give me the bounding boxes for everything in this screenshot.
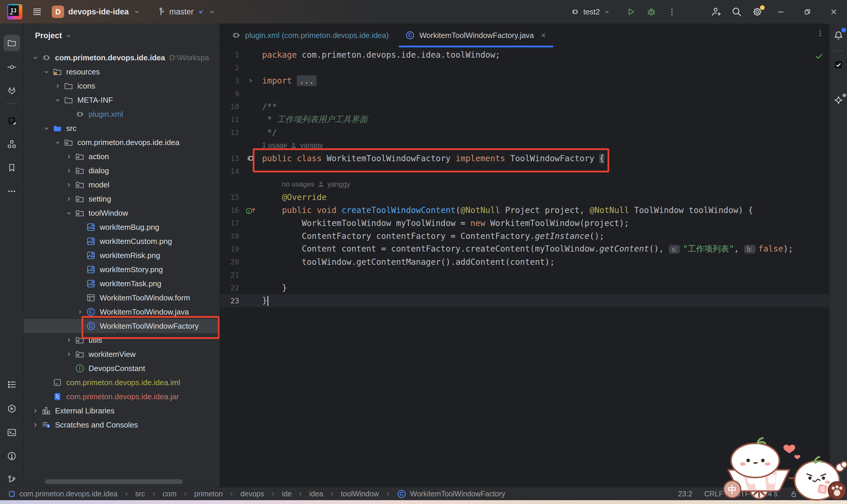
chevron-down-icon[interactable] xyxy=(52,94,63,106)
debug-button[interactable] xyxy=(641,2,662,21)
tree-item-com.primeton.devops.ide.idea[interactable]: com.primeton.devops.ide.idea xyxy=(24,136,219,149)
chevron-right-icon[interactable] xyxy=(30,405,41,416)
tool-strip-structure[interactable] xyxy=(3,136,20,152)
tool-strip-project[interactable] xyxy=(3,35,20,51)
tree-item-src[interactable]: src xyxy=(24,121,219,136)
main-menu-button[interactable] xyxy=(31,6,43,18)
run-configuration-widget[interactable]: test2 xyxy=(570,7,611,17)
close-button[interactable] xyxy=(821,0,847,23)
tool-strip-todo[interactable] xyxy=(3,376,20,393)
editor-tab-WorkitemToolWindowFactory.java[interactable]: C WorkitemToolWindowFactory.java xyxy=(397,24,555,47)
tree-item-action[interactable]: action xyxy=(24,149,219,164)
tree-item-Scratches and Consoles[interactable]: Scratches and Consoles xyxy=(24,418,219,432)
tab-close-icon[interactable] xyxy=(540,32,547,39)
tree-item-DevopsConstant[interactable]: I DevopsConstant xyxy=(24,361,219,375)
code-line-12[interactable]: 12 */ xyxy=(220,126,829,139)
tool-strip-more-tool-windows[interactable] xyxy=(3,183,20,199)
project-panel-title[interactable]: Project xyxy=(35,31,72,40)
implements-gutter-icon[interactable]: I xyxy=(245,205,256,215)
chevron-right-icon[interactable] xyxy=(63,151,74,162)
run-button[interactable] xyxy=(620,2,641,21)
minimize-button[interactable] xyxy=(768,0,794,23)
code-line-21[interactable]: 21 xyxy=(220,268,829,281)
code-line-22[interactable]: 22 } xyxy=(220,281,829,294)
more-actions-kebab[interactable] xyxy=(662,2,682,21)
code-line-3[interactable]: 3 import ... xyxy=(220,74,829,87)
code-line-1[interactable]: 1 package com.primeton.devops.ide.idea.t… xyxy=(220,48,829,61)
chevron-down-icon[interactable] xyxy=(63,208,74,219)
tree-item-com.primeton.devops.ide.idea.jar[interactable]: com.primeton.devops.ide.idea.jar xyxy=(24,390,219,404)
tool-strip-bookmarks[interactable] xyxy=(3,160,20,176)
breadcrumb-com.primeton.devops.ide.idea[interactable]: com.primeton.devops.ide.idea xyxy=(8,490,118,498)
notebook-check-button[interactable] xyxy=(832,58,845,71)
chevron-right-icon[interactable] xyxy=(30,419,41,430)
tree-item-resources[interactable]: resources xyxy=(24,65,219,79)
tree-item-dialog[interactable]: dialog xyxy=(24,164,219,178)
breadcrumb-src[interactable]: src xyxy=(135,490,145,498)
tool-strip-version-control[interactable] xyxy=(3,471,20,487)
code-line-15[interactable]: 15 @Override xyxy=(220,191,829,203)
usage-inlay[interactable]: no usages yanggy xyxy=(262,180,350,188)
chevron-right-icon[interactable] xyxy=(63,179,74,191)
settings-button[interactable] xyxy=(747,2,768,21)
search-everywhere-button[interactable] xyxy=(726,2,747,21)
project-widget[interactable]: D devops-ide-idea xyxy=(52,5,141,18)
project-horizontal-scrollbar[interactable] xyxy=(45,479,183,484)
breadcrumb-idea[interactable]: idea xyxy=(309,490,323,498)
tool-strip-notebook-plugin[interactable] xyxy=(3,112,20,129)
code-line-16[interactable]: 16 I public void createToolWindowContent… xyxy=(220,203,829,217)
code-line-20[interactable]: 20 toolWindow.getContentManager().addCon… xyxy=(220,255,829,268)
tool-strip-problems[interactable] xyxy=(3,448,20,464)
notifications-button[interactable] xyxy=(832,29,845,42)
breadcrumb-com[interactable]: com xyxy=(163,490,177,498)
chevron-right-icon[interactable] xyxy=(63,165,74,176)
tree-item-toolWindow[interactable]: toolWindow xyxy=(24,206,219,220)
chevron-down-icon[interactable] xyxy=(30,52,41,63)
breadcrumb-ide[interactable]: ide xyxy=(282,490,291,498)
tree-item-setting[interactable]: setting xyxy=(24,192,219,206)
code-line-11[interactable]: 11 * 工作项列表用户工具界面 xyxy=(220,113,829,126)
tree-item-External Libraries[interactable]: External Libraries xyxy=(24,404,219,418)
tree-item-plugin.xml[interactable]: plugin.xml xyxy=(24,107,219,121)
branch-widget[interactable]: master xyxy=(156,7,216,17)
code-with-me-button[interactable] xyxy=(706,2,726,21)
ai-assistant-button[interactable] xyxy=(832,94,845,107)
chevron-right-icon[interactable] xyxy=(63,193,74,204)
tree-item-com.primeton.devops.ide.idea.iml[interactable]: com.primeton.devops.ide.idea.iml xyxy=(24,375,219,390)
fold-arrow-icon[interactable] xyxy=(247,77,254,84)
editor-options-kebab[interactable] xyxy=(816,29,825,38)
tree-item-workitemRisk.png[interactable]: workitemRisk.png xyxy=(24,248,219,263)
code-line-19[interactable]: 19 Content content = contentFactory.crea… xyxy=(220,242,829,255)
breadcrumb-WorkitemToolWindowFactory[interactable]: CWorkitemToolWindowFactory xyxy=(397,489,505,499)
editor-tab-plugin.xml (com.primeton.devops.ide.idea)[interactable]: plugin.xml (com.primeton.devops.ide.idea… xyxy=(223,24,397,47)
tree-item-workItemStory.png[interactable]: workItemStory.png xyxy=(24,263,219,276)
chevron-down-icon[interactable] xyxy=(41,123,52,134)
tree-item-icons[interactable]: icons xyxy=(24,79,219,93)
tree-item-workitemView[interactable]: workitemView xyxy=(24,347,219,361)
tool-strip-services[interactable] xyxy=(3,400,20,417)
code-line-9[interactable]: 9 xyxy=(220,87,829,100)
tool-strip-gitlab[interactable] xyxy=(3,83,20,99)
caret-position-widget[interactable]: 23:2 xyxy=(678,490,692,498)
code-line-23[interactable]: 23 } xyxy=(220,294,829,307)
breadcrumb-devops[interactable]: devops xyxy=(240,490,264,498)
code-line-17[interactable]: 17 WorkitemToolWindow myToolWindow = new… xyxy=(220,217,829,230)
breadcrumb-toolWindow[interactable]: toolWindow xyxy=(341,490,379,498)
chevron-down-icon[interactable] xyxy=(41,66,52,77)
tree-item-WorkitemToolWindow.form[interactable]: WorkitemToolWindow.form xyxy=(24,291,219,305)
inspections-status-check-icon[interactable] xyxy=(814,51,824,61)
code-line-2[interactable]: 2 xyxy=(220,61,829,74)
tool-strip-terminal[interactable] xyxy=(3,424,20,441)
tree-item-workItemBug.png[interactable]: workItemBug.png xyxy=(24,220,219,234)
chevron-right-icon[interactable] xyxy=(52,80,63,91)
tree-item-model[interactable]: model xyxy=(24,178,219,192)
tree-item-workItemTask.png[interactable]: workItemTask.png xyxy=(24,276,219,291)
breadcrumb-primeton[interactable]: primeton xyxy=(194,490,223,498)
tree-item-META-INF[interactable]: META-INF xyxy=(24,93,219,107)
chevron-down-icon[interactable] xyxy=(52,137,63,148)
code-line-10[interactable]: 10 /** xyxy=(220,100,829,113)
tree-item-com.primeton.devops.ide.idea[interactable]: com.primeton.devops.ide.ideaD:\Workspa xyxy=(24,51,219,65)
restore-button[interactable] xyxy=(794,0,821,23)
tree-item-workItemCustom.png[interactable]: workItemCustom.png xyxy=(24,234,219,248)
chevron-right-icon[interactable] xyxy=(63,335,74,346)
